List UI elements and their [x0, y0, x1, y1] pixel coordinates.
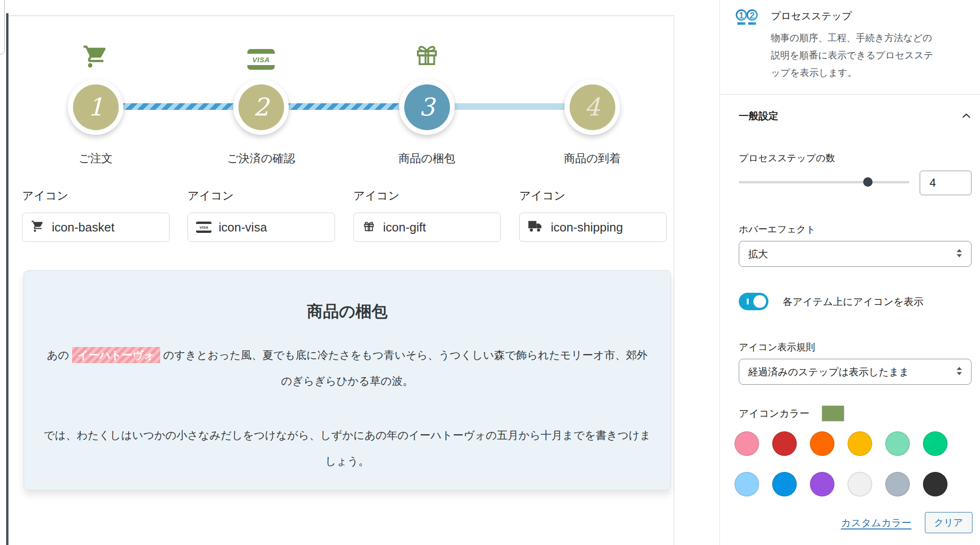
step-number: 4 — [584, 95, 600, 119]
palette-color-orange[interactable] — [810, 431, 834, 456]
svg-text:1: 1 — [739, 10, 743, 20]
palette-color-black[interactable] — [923, 472, 947, 496]
steps-count-slider[interactable] — [739, 181, 909, 183]
step-number: 3 — [419, 95, 434, 119]
step-label: ご決済の確認 — [179, 151, 343, 166]
highlighted-text: イーハトーヴォ — [72, 347, 161, 363]
icon-color-label: アイコンカラー — [739, 407, 809, 420]
panel-divider — [720, 94, 980, 95]
step-circle-3: 3 — [399, 79, 455, 135]
double-arrow-icon — [955, 248, 964, 260]
block-description: 物事の順序、工程、手続き方法などの説明を順番に表示できるプロセスステップを表示し… — [771, 29, 940, 82]
icon-field-label: アイコン — [22, 188, 170, 203]
truck-icon — [528, 220, 544, 234]
color-actions-row: カスタムカラー クリア — [739, 512, 972, 533]
palette-color-white[interactable] — [848, 472, 872, 496]
icon-field-label: アイコン — [188, 188, 335, 203]
cart-icon — [13, 35, 178, 70]
color-palette-row-2 — [735, 472, 947, 496]
double-arrow-icon — [955, 366, 964, 378]
basket-icon — [31, 220, 45, 235]
general-settings-header[interactable]: 一般設定 — [739, 109, 972, 123]
process-step-2[interactable]: VISA 2 ご決済の確認 — [179, 35, 343, 166]
toggle-on-bar — [747, 298, 749, 305]
palette-color-pink[interactable] — [735, 431, 759, 456]
show-icons-toggle[interactable] — [739, 293, 768, 310]
steps-count-input[interactable] — [920, 171, 972, 195]
content-title: 商品の梱包 — [24, 301, 670, 322]
chevron-up-icon[interactable] — [960, 110, 972, 122]
step-circle-1: 1 — [68, 79, 123, 135]
palette-color-gray[interactable] — [885, 472, 910, 496]
settings-sidebar: 1 2 プロセスステップ 物事の順序、工程、手続き方法などの説明を順番に表示でき… — [720, 0, 980, 545]
slider-thumb[interactable] — [863, 177, 873, 187]
process-step-3[interactable]: 3 商品の梱包 — [344, 35, 509, 166]
current-color-swatch — [822, 405, 844, 421]
palette-color-lightblue[interactable] — [735, 472, 759, 496]
gift-icon — [344, 35, 509, 70]
panel-title: 一般設定 — [739, 109, 778, 123]
block-title: プロセスステップ — [771, 9, 940, 23]
icon-field-2: アイコン VISA icon-visa — [188, 188, 335, 242]
step-label: 商品の梱包 — [344, 151, 509, 166]
toggle-knob — [753, 295, 766, 308]
hover-effect-select[interactable]: 拡大 — [739, 241, 972, 267]
process-steps-block-icon: 1 2 — [735, 6, 759, 82]
visa-card-icon: VISA — [196, 222, 212, 233]
icon-input-visa[interactable]: VISA icon-visa — [188, 213, 335, 242]
color-palette-row-1 — [735, 431, 947, 456]
clear-color-button[interactable]: クリア — [925, 512, 972, 533]
content-paragraph-2: では、わたくしはいつかの小さなみだしをつけながら、しずかにあの年のイーハトーヴォ… — [43, 422, 651, 474]
process-step-1[interactable]: 1 ご注文 — [13, 35, 178, 166]
block-info-card: 1 2 プロセスステップ 物事の順序、工程、手続き方法などの説明を順番に表示でき… — [735, 6, 971, 82]
gift-icon — [362, 219, 376, 235]
icon-field-3: アイコン icon-gift — [353, 188, 501, 242]
palette-color-mint[interactable] — [885, 431, 910, 456]
step-label: ご注文 — [13, 151, 178, 166]
step-label: 商品の到着 — [510, 151, 675, 166]
steps-count-label: プロセスステップの数 — [739, 152, 835, 165]
icon-field-4: アイコン icon-shipping — [519, 188, 667, 242]
icon-input-gift[interactable]: icon-gift — [353, 213, 501, 242]
step-circle-4: 4 — [564, 79, 620, 135]
icon-input-shipping[interactable]: icon-shipping — [519, 213, 667, 242]
step-circle-2: 2 — [233, 79, 289, 135]
show-icons-toggle-label: 各アイテム上にアイコンを表示 — [783, 295, 923, 308]
palette-color-blue[interactable] — [772, 472, 797, 496]
step-number: 2 — [253, 95, 269, 119]
custom-color-link[interactable]: カスタムカラー — [841, 516, 912, 529]
icon-rule-label: アイコン表示規則 — [739, 341, 815, 354]
empty-icon-slot — [510, 35, 675, 70]
step-content-panel[interactable]: 商品の梱包 あのイーハトーヴォのすきとおった風、夏でも底に冷たさをもつ青いそら、… — [24, 270, 671, 490]
popover-corner-fragment — [0, 0, 5, 55]
icon-field-label: アイコン — [519, 188, 667, 203]
step-number: 1 — [88, 95, 103, 119]
editor-canvas: 1 ご注文 VISA 2 ご決済の確認 — [8, 16, 674, 545]
palette-color-purple[interactable] — [810, 472, 834, 496]
icon-rule-select[interactable]: 経過済みのステップは表示したまま — [739, 359, 972, 385]
palette-color-amber[interactable] — [848, 431, 872, 456]
palette-color-red[interactable] — [772, 431, 797, 456]
process-step-4[interactable]: 4 商品の到着 — [510, 35, 675, 166]
svg-text:2: 2 — [750, 10, 754, 20]
show-icons-toggle-row: 各アイテム上にアイコンを表示 — [739, 293, 923, 310]
icon-color-row: アイコンカラー — [739, 405, 844, 421]
icon-field-1: アイコン icon-basket — [22, 188, 170, 242]
hover-effect-label: ホバーエフェクト — [739, 223, 816, 236]
visa-card-icon: VISA — [179, 35, 343, 70]
icon-input-basket[interactable]: icon-basket — [22, 213, 170, 242]
content-paragraph-1: あのイーハトーヴォのすきとおった風、夏でも底に冷たさをもつ青いそら、うつくしい森… — [43, 342, 651, 394]
block-editor-page: 1 ご注文 VISA 2 ご決済の確認 — [0, 0, 980, 545]
icon-field-label: アイコン — [353, 188, 501, 203]
palette-color-green[interactable] — [923, 431, 947, 456]
